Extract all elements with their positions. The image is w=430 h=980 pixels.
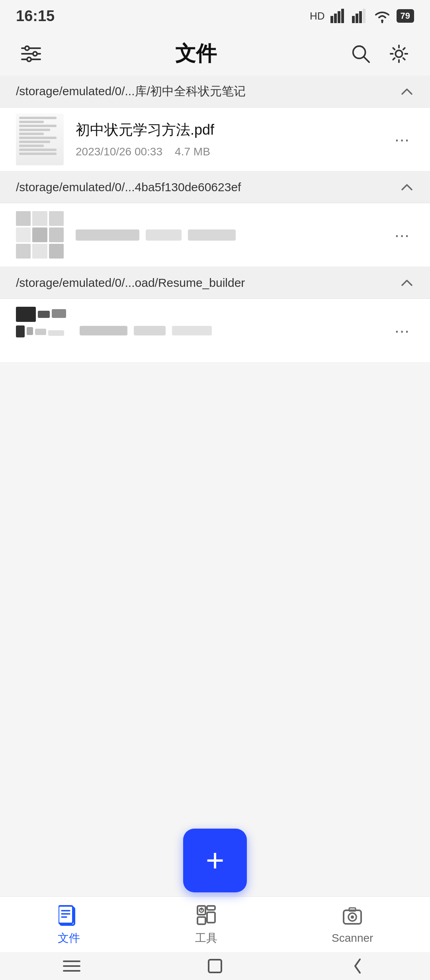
svg-point-8 <box>381 20 383 22</box>
folder-path-3: /storage/emulated/0/...oad/Resume_builde… <box>16 276 245 290</box>
file-content-2 <box>76 229 378 241</box>
file-more-button-1[interactable]: ··· <box>390 127 414 151</box>
wifi-icon <box>373 9 391 23</box>
menu-button[interactable] <box>58 952 86 980</box>
svg-point-10 <box>25 46 29 50</box>
svg-rect-4 <box>352 16 355 23</box>
svg-rect-6 <box>359 11 362 23</box>
nav-files-label: 文件 <box>58 931 80 946</box>
svg-point-12 <box>33 52 37 56</box>
chevron-up-icon-2 <box>400 180 414 194</box>
search-button[interactable] <box>350 43 372 65</box>
add-button[interactable]: + <box>183 829 247 892</box>
settings-button[interactable] <box>388 43 410 65</box>
svg-rect-35 <box>209 960 221 972</box>
folder-header-3[interactable]: /storage/emulated/0/...oad/Resume_builde… <box>0 267 430 299</box>
filter-button[interactable] <box>20 43 42 65</box>
folder-path-1: /storage/emulated/0/...库/初中全科状元笔记 <box>16 83 246 100</box>
nav-scanner[interactable]: Scanner <box>332 905 373 945</box>
chevron-up-icon-1 <box>400 84 414 99</box>
svg-point-17 <box>395 50 402 57</box>
file-list: /storage/emulated/0/...库/初中全科状元笔记 <box>0 76 430 363</box>
signal-icon <box>330 9 346 23</box>
signal2-icon <box>352 9 368 23</box>
top-bar: 文件 <box>0 32 430 76</box>
top-bar-actions <box>350 43 410 65</box>
nav-files[interactable]: 文件 <box>57 904 81 946</box>
home-button[interactable] <box>201 952 229 980</box>
file-thumbnail-1 <box>16 114 64 165</box>
folder-header-1[interactable]: /storage/emulated/0/...库/初中全科状元笔记 <box>0 76 430 108</box>
tools-icon <box>194 904 218 927</box>
empty-space <box>0 363 430 681</box>
status-icons: HD 79 <box>310 9 414 23</box>
file-item-3[interactable]: ··· <box>0 299 430 363</box>
battery-icon: 79 <box>397 9 414 23</box>
file-item-1[interactable]: 初中状元学习方法.pdf 2023/10/26 00:33 4.7 MB ··· <box>0 108 430 171</box>
folder-header-2[interactable]: /storage/emulated/0/...4ba5f130de60623ef <box>0 171 430 203</box>
fab-container: + <box>183 829 247 892</box>
back-button[interactable] <box>344 952 372 980</box>
svg-rect-25 <box>207 912 215 923</box>
svg-rect-7 <box>363 9 366 23</box>
file-name-1: 初中状元学习方法.pdf <box>76 120 378 140</box>
file-item-2[interactable]: ··· <box>0 203 430 267</box>
nav-tools[interactable]: 工具 <box>194 904 218 946</box>
nav-scanner-label: Scanner <box>332 932 373 945</box>
svg-point-14 <box>27 57 31 61</box>
svg-rect-19 <box>59 906 73 923</box>
nav-tools-label: 工具 <box>195 931 217 946</box>
svg-rect-24 <box>207 906 215 910</box>
svg-line-16 <box>364 57 369 62</box>
svg-rect-3 <box>341 9 344 23</box>
bottom-nav: 文件 工具 Scanner <box>0 896 430 952</box>
file-thumbnail-2 <box>16 211 64 259</box>
svg-rect-1 <box>334 14 337 23</box>
file-more-button-3[interactable]: ··· <box>390 319 414 343</box>
svg-point-30 <box>351 915 354 919</box>
hd-icon: HD <box>310 10 325 22</box>
svg-rect-2 <box>338 11 340 23</box>
svg-rect-5 <box>356 14 358 23</box>
folder-path-2: /storage/emulated/0/...4ba5f130de60623ef <box>16 180 241 194</box>
page-title: 文件 <box>175 40 217 68</box>
file-more-button-2[interactable]: ··· <box>390 223 414 247</box>
svg-rect-0 <box>330 16 333 23</box>
file-thumbnail-3 <box>16 307 68 355</box>
content-area: /storage/emulated/0/...库/初中全科状元笔记 <box>0 76 430 896</box>
file-info-1: 初中状元学习方法.pdf 2023/10/26 00:33 4.7 MB <box>76 120 378 158</box>
status-time: 16:15 <box>16 8 55 25</box>
scanner-icon <box>340 905 364 929</box>
file-content-3 <box>80 326 378 335</box>
files-icon <box>57 904 81 927</box>
add-icon: + <box>206 845 225 876</box>
gesture-bar <box>0 952 430 980</box>
svg-rect-26 <box>197 917 205 924</box>
file-meta-1: 2023/10/26 00:33 4.7 MB <box>76 145 378 158</box>
status-bar: 16:15 HD 79 <box>0 0 430 32</box>
chevron-up-icon-3 <box>400 276 414 290</box>
